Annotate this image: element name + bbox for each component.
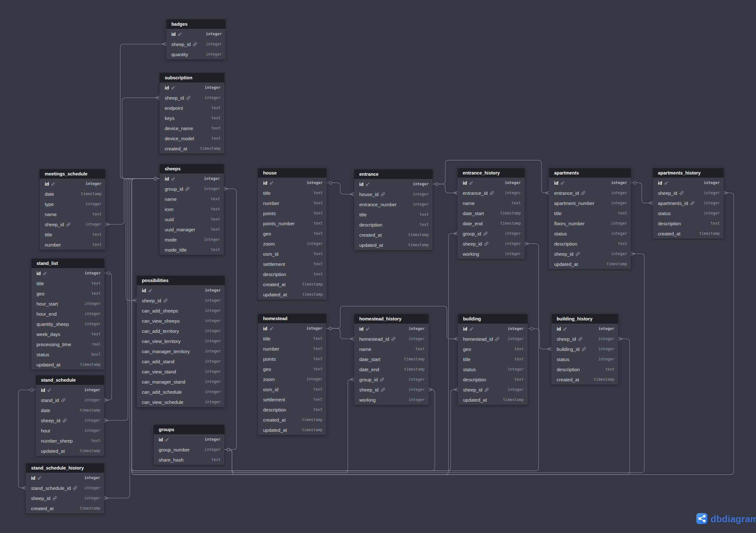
field-row-badges-sheep_id[interactable]: sheep_idinteger <box>166 39 226 49</box>
field-row-apartments-apartment_number[interactable]: apartment_numberinteger <box>549 198 631 208</box>
field-row-possibilities-can_add_schedule[interactable]: can_add_scheduleinteger <box>137 387 225 397</box>
field-row-homestead-created_at[interactable]: created_attimestamp <box>258 415 326 425</box>
field-row-groups-id[interactable]: idinteger <box>154 434 224 444</box>
field-row-meetings_schedule-date[interactable]: datetimestamp <box>40 189 105 199</box>
table-homestead[interactable]: homesteadidintegertitletextnumbertextpoi… <box>258 314 326 435</box>
field-row-badges-quantity[interactable]: quantityinteger <box>166 49 226 59</box>
table-badges[interactable]: badgesidintegersheep_idintegerquantityin… <box>166 19 226 59</box>
field-row-stand_schedule-date[interactable]: datetimestamp <box>36 405 104 415</box>
field-row-sheeps-uuid[interactable]: uuidtext <box>160 214 224 224</box>
table-stand_list[interactable]: stand_listidintegertitletextgeotexthour_… <box>31 258 104 370</box>
field-row-possibilities-sheep_id[interactable]: sheep_idinteger <box>137 295 225 306</box>
field-row-homestead-number[interactable]: numbertext <box>258 344 326 354</box>
field-row-meetings_schedule-sheep_id[interactable]: sheep_idinteger <box>40 219 105 229</box>
field-row-homestead_history-homestead_id[interactable]: homestead_idinteger <box>354 334 428 344</box>
field-row-stand_schedule_history-stand_schedule_id[interactable]: stand_schedule_idinteger <box>26 483 104 493</box>
field-row-homestead_history-date_start[interactable]: date_starttimestamp <box>354 354 428 364</box>
field-row-building-geo[interactable]: geotext <box>458 344 527 354</box>
table-entrance[interactable]: entranceidintegerhouse_idintegerentrance… <box>354 170 433 250</box>
field-row-apartments-entrance_id[interactable]: entrance_idinteger <box>549 188 631 198</box>
field-row-homestead-osm_id[interactable]: osm_idtext <box>258 384 326 394</box>
field-row-building_history-sheep_id[interactable]: sheep_idinteger <box>552 334 618 344</box>
field-row-entrance_history-group_id[interactable]: group_idinteger <box>458 228 525 239</box>
table-entrance_history[interactable]: entrance_historyidintegerentrance_idinte… <box>458 168 525 259</box>
field-row-building_history-id[interactable]: idinteger <box>552 324 618 334</box>
table-header-stand_list[interactable]: stand_list <box>31 258 104 268</box>
dbdiagram-logo[interactable]: dbdiagram.io <box>696 513 756 525</box>
field-row-apartments-status[interactable]: statusinteger <box>549 228 631 239</box>
field-row-building-status[interactable]: statusinteger <box>458 364 527 374</box>
field-row-meetings_schedule-name[interactable]: nametext <box>40 209 105 219</box>
field-row-possibilities-can_view_stand[interactable]: can_view_standinteger <box>137 366 225 377</box>
field-row-possibilities-id[interactable]: idinteger <box>137 285 225 295</box>
field-row-possibilities-can_view_sheeps[interactable]: can_view_sheepsinteger <box>137 316 225 326</box>
field-row-stand_schedule-number_sheep[interactable]: number_sheeptext <box>36 436 104 446</box>
field-row-stand_schedule-updated_at[interactable]: updated_attimestamp <box>36 446 104 456</box>
field-row-apartments-id[interactable]: idinteger <box>549 178 631 188</box>
field-row-subscription-keys[interactable]: keystext <box>160 113 224 123</box>
field-row-badges-id[interactable]: idinteger <box>166 29 226 39</box>
field-row-apartments_history-id[interactable]: idinteger <box>653 178 724 188</box>
field-row-building_history-building_id[interactable]: building_idinteger <box>552 344 618 354</box>
field-row-homestead_history-working[interactable]: workinginteger <box>354 395 428 405</box>
field-row-sheeps-name[interactable]: nametext <box>160 194 224 204</box>
field-row-possibilities-can_add_sheeps[interactable]: can_add_sheepsinteger <box>137 306 225 316</box>
table-header-stand_schedule_history[interactable]: stand_schedule_history <box>26 463 104 473</box>
field-row-possibilities-can_add_stand[interactable]: can_add_standinteger <box>137 356 225 366</box>
field-row-house-points_number[interactable]: points_numbertext <box>258 218 327 228</box>
field-row-stand_list-status[interactable]: statusbool <box>31 349 104 360</box>
field-row-meetings_schedule-title[interactable]: titletext <box>40 229 105 240</box>
table-header-entrance[interactable]: entrance <box>354 170 433 179</box>
field-row-homestead-points[interactable]: pointstext <box>258 354 326 364</box>
field-row-house-created_at[interactable]: created_attimestamp <box>258 279 327 289</box>
table-homestead_history[interactable]: homestead_historyidintegerhomestead_idin… <box>354 314 428 405</box>
field-row-stand_list-id[interactable]: idinteger <box>31 268 104 278</box>
field-row-house-id[interactable]: idinteger <box>258 178 327 188</box>
field-row-homestead-updated_at[interactable]: updated_attimestamp <box>258 425 326 435</box>
field-row-apartments_history-description[interactable]: descriptiontext <box>653 218 724 228</box>
field-row-subscription-id[interactable]: idinteger <box>160 83 224 93</box>
field-row-stand_list-geo[interactable]: geotext <box>31 288 104 299</box>
table-apartments_history[interactable]: apartments_historyidintegersheep_idinteg… <box>653 168 724 239</box>
field-row-homestead-description[interactable]: descriptiontext <box>258 405 326 415</box>
table-sheeps[interactable]: sheepsidintegergroup_idintegernametextic… <box>160 164 224 255</box>
field-row-stand_schedule-stand_id[interactable]: stand_idinteger <box>36 395 104 405</box>
field-row-building-homestead_id[interactable]: homestead_idinteger <box>458 334 527 344</box>
field-row-homestead-id[interactable]: idinteger <box>258 323 326 333</box>
field-row-sheeps-group_id[interactable]: group_idinteger <box>160 184 224 194</box>
field-row-sheeps-icon[interactable]: icontext <box>160 204 224 214</box>
field-row-entrance-title[interactable]: titletext <box>354 209 433 220</box>
field-row-entrance-description[interactable]: descriptiontext <box>354 220 433 230</box>
field-row-entrance-house_id[interactable]: house_idinteger <box>354 189 433 199</box>
field-row-stand_schedule-hour[interactable]: hourinteger <box>36 425 104 436</box>
field-row-building_history-created_at[interactable]: created_attimestamp <box>552 374 618 385</box>
field-row-homestead-geo[interactable]: geotext <box>258 364 326 374</box>
table-header-homestead_history[interactable]: homestead_history <box>354 314 428 324</box>
field-row-house-description[interactable]: descriptiontext <box>258 269 327 279</box>
field-row-apartments_history-created_at[interactable]: created_attimestamp <box>653 228 724 239</box>
field-row-house-number[interactable]: numbertext <box>258 198 327 208</box>
field-row-apartments-sheep_id[interactable]: sheep_idinteger <box>549 249 631 259</box>
field-row-building-updated_at[interactable]: updated_attimestamp <box>458 395 527 405</box>
field-row-entrance-created_at[interactable]: created_attimestamp <box>354 230 433 240</box>
field-row-groups-share_hash[interactable]: share_hashtext <box>154 455 224 465</box>
table-stand_schedule[interactable]: stand_scheduleidintegerstand_idintegerda… <box>36 375 104 456</box>
field-row-entrance_history-working[interactable]: workinginteger <box>458 249 525 259</box>
table-header-house[interactable]: house <box>258 168 327 178</box>
field-row-subscription-sheep_id[interactable]: sheep_idinteger <box>160 93 224 103</box>
field-row-apartments-floors_number[interactable]: floors_numberinteger <box>549 218 631 228</box>
field-row-sheeps-id[interactable]: idinteger <box>160 173 224 184</box>
field-row-apartments-updated_at[interactable]: updated_attimestamp <box>549 259 631 269</box>
table-header-homestead[interactable]: homestead <box>258 314 326 323</box>
field-row-possibilities-can_view_schedule[interactable]: can_view_scheduleinteger <box>137 397 225 407</box>
table-header-badges[interactable]: badges <box>166 19 226 29</box>
field-row-house-settlement[interactable]: settlementtext <box>258 259 327 269</box>
field-row-homestead-settlement[interactable]: settlementtext <box>258 394 326 405</box>
table-header-building_history[interactable]: building_history <box>552 314 618 324</box>
field-row-apartments-title[interactable]: titletext <box>549 208 631 218</box>
table-header-building[interactable]: building <box>458 314 527 324</box>
field-row-stand_list-processing_time[interactable]: processing_timereal <box>31 339 104 349</box>
field-row-subscription-device_model[interactable]: device_modeltext <box>160 133 224 144</box>
field-row-subscription-endpoint[interactable]: endpointtext <box>160 103 224 113</box>
field-row-stand_list-updated_at[interactable]: updated_attimestamp <box>31 360 104 370</box>
